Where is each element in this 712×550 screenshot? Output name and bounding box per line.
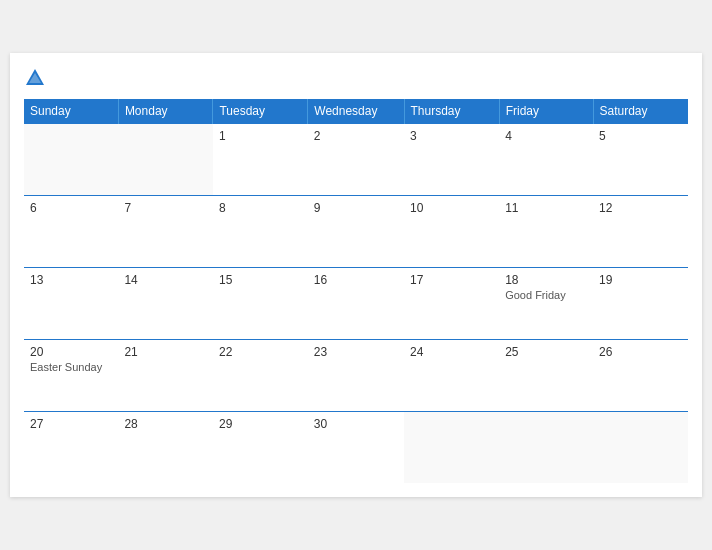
day-cell: 20Easter Sunday xyxy=(24,339,118,411)
day-cell xyxy=(499,411,593,483)
day-number: 9 xyxy=(314,201,398,215)
weekday-header-saturday: Saturday xyxy=(593,99,688,124)
day-number: 16 xyxy=(314,273,398,287)
weekday-header-wednesday: Wednesday xyxy=(308,99,404,124)
day-cell: 2 xyxy=(308,123,404,195)
day-number: 10 xyxy=(410,201,493,215)
day-number: 6 xyxy=(30,201,112,215)
day-number: 11 xyxy=(505,201,587,215)
day-number: 20 xyxy=(30,345,112,359)
day-number: 3 xyxy=(410,129,493,143)
day-number: 17 xyxy=(410,273,493,287)
day-number: 23 xyxy=(314,345,398,359)
day-cell xyxy=(404,411,499,483)
day-cell: 7 xyxy=(118,195,213,267)
day-cell: 11 xyxy=(499,195,593,267)
day-cell: 16 xyxy=(308,267,404,339)
day-cell: 30 xyxy=(308,411,404,483)
day-number: 28 xyxy=(124,417,207,431)
week-row-1: 6789101112 xyxy=(24,195,688,267)
calendar-tbody: 123456789101112131415161718Good Friday19… xyxy=(24,123,688,483)
day-cell: 14 xyxy=(118,267,213,339)
day-number: 26 xyxy=(599,345,682,359)
weekday-header-sunday: Sunday xyxy=(24,99,118,124)
day-cell: 1 xyxy=(213,123,308,195)
day-number: 7 xyxy=(124,201,207,215)
day-number: 13 xyxy=(30,273,112,287)
day-cell: 13 xyxy=(24,267,118,339)
day-number: 8 xyxy=(219,201,302,215)
day-number: 12 xyxy=(599,201,682,215)
day-cell: 15 xyxy=(213,267,308,339)
holiday-label: Easter Sunday xyxy=(30,361,112,373)
day-number: 30 xyxy=(314,417,398,431)
day-number: 15 xyxy=(219,273,302,287)
day-cell: 29 xyxy=(213,411,308,483)
week-row-0: 12345 xyxy=(24,123,688,195)
day-cell: 3 xyxy=(404,123,499,195)
day-number: 19 xyxy=(599,273,682,287)
day-number: 29 xyxy=(219,417,302,431)
weekday-header-row: SundayMondayTuesdayWednesdayThursdayFrid… xyxy=(24,99,688,124)
day-cell: 4 xyxy=(499,123,593,195)
day-cell: 6 xyxy=(24,195,118,267)
logo xyxy=(24,67,50,89)
day-number: 21 xyxy=(124,345,207,359)
day-cell: 8 xyxy=(213,195,308,267)
day-cell: 17 xyxy=(404,267,499,339)
day-cell xyxy=(118,123,213,195)
day-cell: 23 xyxy=(308,339,404,411)
day-number: 27 xyxy=(30,417,112,431)
day-cell: 12 xyxy=(593,195,688,267)
day-cell: 27 xyxy=(24,411,118,483)
weekday-header-tuesday: Tuesday xyxy=(213,99,308,124)
week-row-4: 27282930 xyxy=(24,411,688,483)
week-row-3: 20Easter Sunday212223242526 xyxy=(24,339,688,411)
day-number: 24 xyxy=(410,345,493,359)
calendar-table: SundayMondayTuesdayWednesdayThursdayFrid… xyxy=(24,99,688,484)
day-cell: 10 xyxy=(404,195,499,267)
day-cell: 22 xyxy=(213,339,308,411)
weekday-header-thursday: Thursday xyxy=(404,99,499,124)
day-cell: 21 xyxy=(118,339,213,411)
day-number: 4 xyxy=(505,129,587,143)
day-cell: 18Good Friday xyxy=(499,267,593,339)
week-row-2: 131415161718Good Friday19 xyxy=(24,267,688,339)
day-number: 25 xyxy=(505,345,587,359)
calendar-thead: SundayMondayTuesdayWednesdayThursdayFrid… xyxy=(24,99,688,124)
day-cell xyxy=(593,411,688,483)
day-cell: 26 xyxy=(593,339,688,411)
holiday-label: Good Friday xyxy=(505,289,587,301)
day-number: 22 xyxy=(219,345,302,359)
day-cell: 9 xyxy=(308,195,404,267)
day-number: 18 xyxy=(505,273,587,287)
logo-icon xyxy=(24,67,46,89)
calendar-container: SundayMondayTuesdayWednesdayThursdayFrid… xyxy=(10,53,702,498)
day-number: 1 xyxy=(219,129,302,143)
day-cell: 25 xyxy=(499,339,593,411)
day-number: 2 xyxy=(314,129,398,143)
day-number: 5 xyxy=(599,129,682,143)
day-cell: 19 xyxy=(593,267,688,339)
day-number: 14 xyxy=(124,273,207,287)
day-cell: 5 xyxy=(593,123,688,195)
weekday-header-monday: Monday xyxy=(118,99,213,124)
day-cell: 24 xyxy=(404,339,499,411)
weekday-header-friday: Friday xyxy=(499,99,593,124)
day-cell xyxy=(24,123,118,195)
calendar-header xyxy=(24,67,688,89)
day-cell: 28 xyxy=(118,411,213,483)
